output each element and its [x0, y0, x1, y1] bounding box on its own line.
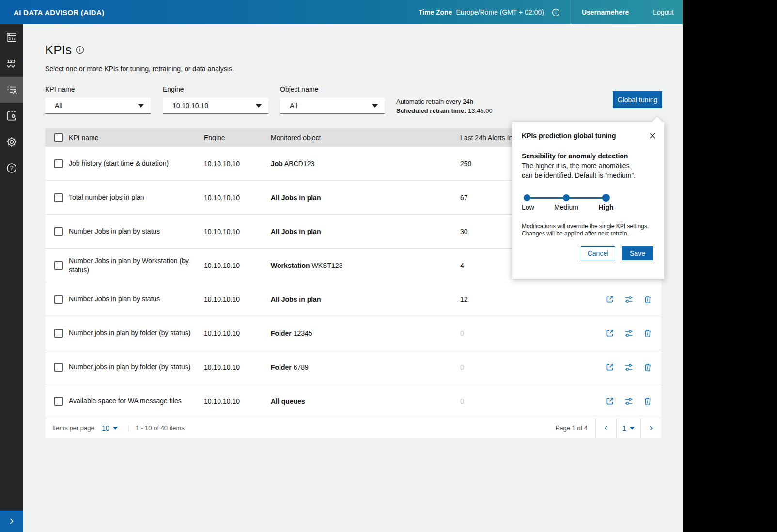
select-all-checkbox[interactable] [54, 133, 63, 142]
kpi-name-cell: Number jobs in plan by folder (by status… [69, 362, 204, 372]
row-checkbox[interactable] [54, 295, 63, 304]
engine-cell: 10.10.10.10 [204, 160, 271, 168]
object-cell: All queues [271, 397, 460, 405]
delete-kpi-button[interactable] [643, 329, 652, 338]
open-kpi-button[interactable] [606, 295, 614, 304]
object-cell: All Jobs in plan [271, 194, 460, 202]
table-row: Available space for WA message files 10.… [45, 384, 661, 418]
delete-kpi-button[interactable] [643, 295, 652, 304]
sensibility-slider[interactable] [522, 194, 623, 202]
gear-icon [5, 136, 18, 148]
next-page-button[interactable] [640, 418, 661, 438]
table-row: Number jobs in plan by folder (by status… [45, 350, 661, 384]
engine-select[interactable]: 10.10.10.10 [163, 98, 268, 114]
object-cell: Job ABCD123 [271, 160, 460, 168]
logout-button[interactable]: Logout [653, 8, 674, 16]
open-kpi-button[interactable] [606, 329, 614, 338]
row-checkbox[interactable] [54, 363, 63, 372]
timezone-info-icon[interactable] [552, 8, 560, 16]
chevron-down-icon [113, 427, 118, 430]
items-per-page-select[interactable]: 10 [102, 424, 118, 432]
delete-kpi-button[interactable] [643, 363, 652, 372]
cancel-button[interactable]: Cancel [581, 246, 615, 260]
table-row: Number jobs in plan by folder (by status… [45, 316, 661, 350]
pagination-bar: Items per page: 10 | 1 - 10 of 40 items … [45, 418, 661, 438]
sidebar-item-kpi-numbers[interactable]: 123· [0, 50, 23, 77]
kpi-name-cell: Number Jobs in plan by status [69, 295, 204, 304]
header-divider [571, 0, 571, 24]
page-title: KPIs [45, 43, 72, 58]
row-checkbox[interactable] [54, 329, 63, 338]
table-row: Number Jobs in plan by status 10.10.10.1… [45, 282, 661, 316]
save-button[interactable]: Save [622, 246, 653, 260]
engine-cell: 10.10.10.10 [204, 397, 271, 405]
tune-kpi-button[interactable] [624, 329, 633, 338]
plan-settings-icon [5, 110, 18, 122]
chevron-down-icon [630, 427, 635, 430]
engine-cell: 10.10.10.10 [204, 363, 271, 371]
object-name-filter-label: Object name [280, 85, 385, 93]
row-checkbox[interactable] [54, 159, 63, 168]
slider-label-medium: Medium [554, 203, 578, 211]
page-number-select[interactable]: 1 [616, 418, 640, 438]
sidebar-expand-button[interactable] [0, 511, 23, 532]
close-popover-button[interactable] [649, 132, 656, 140]
page-info: Page 1 of 4 [556, 424, 588, 432]
engine-cell: 10.10.10.10 [204, 228, 271, 235]
kpi-name-filter-label: KPI name [45, 85, 151, 93]
tune-kpi-button[interactable] [624, 363, 633, 372]
launch-icon [606, 363, 614, 372]
previous-page-button[interactable] [595, 418, 616, 438]
trash-icon [643, 363, 652, 372]
tune-kpi-button[interactable] [624, 397, 633, 406]
page-subtitle: Select one or more KPIs for tuning, retr… [45, 65, 234, 73]
sidebar-item-help[interactable]: ? [0, 155, 23, 181]
object-name-select[interactable]: All [280, 98, 385, 114]
popover-caret [652, 117, 662, 127]
object-cell: Folder 12345 [271, 329, 460, 337]
dashboard-icon: 5 [5, 31, 18, 44]
kpi-name-select[interactable]: All [45, 98, 151, 114]
row-checkbox[interactable] [54, 397, 63, 406]
engine-cell: 10.10.10.10 [204, 329, 271, 337]
tune-kpi-button[interactable] [624, 295, 633, 304]
open-kpi-button[interactable] [606, 363, 614, 372]
sidebar-item-plan-settings[interactable] [0, 103, 23, 129]
col-header-engine: Engine [204, 134, 271, 141]
launch-icon [606, 329, 614, 338]
filter-kpi-name: KPI name All [45, 85, 151, 114]
sidebar-item-settings[interactable] [0, 129, 23, 155]
sidebar-item-dashboard[interactable]: 5 [0, 24, 23, 50]
global-tuning-button[interactable]: Global tuning [613, 91, 662, 108]
alerts-cell: 12 [460, 296, 548, 303]
row-checkbox[interactable] [54, 193, 63, 202]
chevron-left-icon [602, 424, 610, 432]
app-window: AI DATA ADVISOR (AIDA) Time Zone Europe/… [0, 0, 683, 532]
svg-text:123·: 123· [7, 58, 17, 63]
row-checkbox[interactable] [54, 261, 63, 270]
sliders-icon [624, 329, 633, 338]
retrain-info: Automatic retrain every 24h Scheduled re… [396, 97, 493, 115]
popover-note: Modifications will override the single K… [522, 223, 654, 237]
numbers-trend-icon: 123· [5, 57, 18, 70]
username-menu[interactable]: Usernamehere [582, 8, 629, 16]
col-header-object: Monitored object [271, 134, 460, 141]
object-cell: Folder 6789 [271, 363, 460, 371]
kpi-name-cell: Number jobs in plan by folder (by status… [69, 329, 204, 338]
help-icon: ? [5, 162, 18, 174]
delete-kpi-button[interactable] [643, 397, 652, 406]
sensibility-section-title: Sensibility for anomaly detection [522, 152, 654, 160]
object-cell: All Jobs in plan [271, 296, 460, 303]
sidebar-item-kpi-list[interactable] [0, 77, 23, 103]
slider-dot-high[interactable] [602, 194, 610, 202]
slider-labels: Low Medium High [522, 203, 654, 212]
alerts-cell: 0 [460, 363, 548, 371]
row-checkbox[interactable] [54, 227, 63, 236]
slider-dot-medium[interactable] [563, 194, 570, 201]
alerts-cell: 0 [460, 329, 548, 337]
chevron-down-icon [372, 104, 378, 108]
page-info-icon[interactable] [76, 46, 84, 56]
app-title: AI DATA ADVISOR (AIDA) [0, 8, 104, 16]
slider-dot-low[interactable] [524, 194, 530, 201]
open-kpi-button[interactable] [606, 397, 614, 406]
